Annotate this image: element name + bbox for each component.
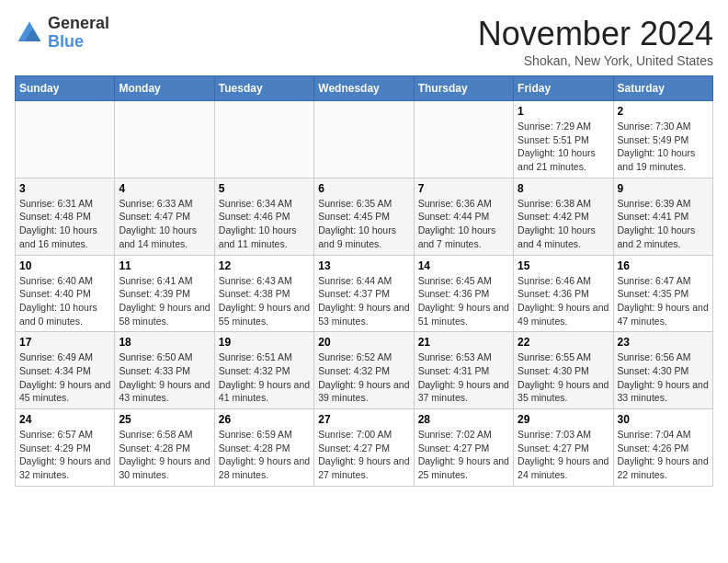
day-info: Sunrise: 6:34 AM Sunset: 4:46 PM Dayligh…	[219, 197, 310, 251]
day-number: 3	[19, 182, 110, 195]
day-number: 16	[618, 259, 709, 272]
calendar-cell: 17Sunrise: 6:49 AM Sunset: 4:34 PM Dayli…	[16, 332, 115, 409]
calendar-week-row: 1Sunrise: 7:29 AM Sunset: 5:51 PM Daylig…	[16, 101, 713, 178]
day-info: Sunrise: 6:57 AM Sunset: 4:29 PM Dayligh…	[19, 428, 110, 482]
day-number: 14	[418, 259, 509, 272]
day-number: 15	[518, 259, 609, 272]
day-number: 18	[119, 336, 210, 349]
calendar-cell: 16Sunrise: 6:47 AM Sunset: 4:35 PM Dayli…	[613, 255, 712, 332]
calendar-cell: 27Sunrise: 7:00 AM Sunset: 4:27 PM Dayli…	[314, 409, 414, 487]
calendar-cell: 21Sunrise: 6:53 AM Sunset: 4:31 PM Dayli…	[414, 332, 513, 409]
calendar-cell: 9Sunrise: 6:39 AM Sunset: 4:41 PM Daylig…	[613, 178, 712, 255]
day-number: 20	[318, 336, 409, 349]
day-number: 21	[418, 336, 509, 349]
calendar-cell: 7Sunrise: 6:36 AM Sunset: 4:44 PM Daylig…	[414, 178, 513, 255]
day-info: Sunrise: 6:45 AM Sunset: 4:36 PM Dayligh…	[418, 274, 509, 328]
day-number: 2	[618, 105, 709, 118]
day-number: 22	[518, 336, 609, 349]
calendar-cell: 5Sunrise: 6:34 AM Sunset: 4:46 PM Daylig…	[214, 178, 313, 255]
weekday-header: Friday	[514, 76, 613, 101]
weekday-header: Monday	[115, 76, 214, 101]
calendar-cell: 6Sunrise: 6:35 AM Sunset: 4:45 PM Daylig…	[314, 178, 414, 255]
calendar-cell: 2Sunrise: 7:30 AM Sunset: 5:49 PM Daylig…	[613, 101, 712, 178]
day-info: Sunrise: 7:03 AM Sunset: 4:27 PM Dayligh…	[518, 428, 609, 482]
day-number: 6	[318, 182, 409, 195]
day-number: 10	[19, 259, 110, 272]
day-info: Sunrise: 6:40 AM Sunset: 4:40 PM Dayligh…	[19, 274, 110, 328]
calendar-cell	[16, 101, 115, 178]
day-number: 30	[618, 413, 709, 426]
location: Shokan, New York, United States	[478, 53, 713, 68]
calendar-cell: 23Sunrise: 6:56 AM Sunset: 4:30 PM Dayli…	[613, 332, 712, 409]
day-number: 28	[418, 413, 509, 426]
day-number: 27	[318, 413, 409, 426]
day-number: 19	[219, 336, 310, 349]
weekday-header: Saturday	[613, 76, 712, 101]
day-info: Sunrise: 6:38 AM Sunset: 4:42 PM Dayligh…	[518, 197, 609, 251]
day-info: Sunrise: 6:31 AM Sunset: 4:48 PM Dayligh…	[19, 197, 110, 251]
day-info: Sunrise: 6:43 AM Sunset: 4:38 PM Dayligh…	[219, 274, 310, 328]
day-number: 4	[119, 182, 210, 195]
calendar-week-row: 17Sunrise: 6:49 AM Sunset: 4:34 PM Dayli…	[16, 332, 713, 409]
day-number: 12	[219, 259, 310, 272]
calendar-cell: 25Sunrise: 6:58 AM Sunset: 4:28 PM Dayli…	[115, 409, 214, 487]
day-info: Sunrise: 6:56 AM Sunset: 4:30 PM Dayligh…	[618, 350, 709, 405]
day-number: 23	[618, 336, 709, 349]
weekday-header: Sunday	[16, 76, 115, 101]
day-info: Sunrise: 7:00 AM Sunset: 4:27 PM Dayligh…	[318, 428, 409, 482]
day-number: 25	[119, 413, 210, 426]
day-number: 17	[19, 336, 110, 349]
day-info: Sunrise: 6:47 AM Sunset: 4:35 PM Dayligh…	[618, 274, 709, 328]
calendar-cell: 18Sunrise: 6:50 AM Sunset: 4:33 PM Dayli…	[115, 332, 214, 409]
day-number: 11	[119, 259, 210, 272]
logo-blue-text: Blue	[48, 32, 84, 51]
calendar-cell	[115, 101, 214, 178]
day-number: 7	[418, 182, 509, 195]
calendar-week-row: 24Sunrise: 6:57 AM Sunset: 4:29 PM Dayli…	[16, 409, 713, 487]
calendar-table: SundayMondayTuesdayWednesdayThursdayFrid…	[15, 75, 713, 487]
logo: General Blue	[15, 15, 109, 52]
calendar-cell: 3Sunrise: 6:31 AM Sunset: 4:48 PM Daylig…	[16, 178, 115, 255]
calendar-cell: 4Sunrise: 6:33 AM Sunset: 4:47 PM Daylig…	[115, 178, 214, 255]
calendar-cell	[314, 101, 414, 178]
calendar-cell: 24Sunrise: 6:57 AM Sunset: 4:29 PM Dayli…	[16, 409, 115, 487]
calendar-cell: 28Sunrise: 7:02 AM Sunset: 4:27 PM Dayli…	[414, 409, 513, 487]
day-info: Sunrise: 7:29 AM Sunset: 5:51 PM Dayligh…	[518, 120, 609, 174]
day-info: Sunrise: 6:33 AM Sunset: 4:47 PM Dayligh…	[119, 197, 210, 251]
calendar-cell: 12Sunrise: 6:43 AM Sunset: 4:38 PM Dayli…	[214, 255, 313, 332]
day-number: 1	[518, 105, 609, 118]
calendar-cell: 10Sunrise: 6:40 AM Sunset: 4:40 PM Dayli…	[16, 255, 115, 332]
day-info: Sunrise: 6:41 AM Sunset: 4:39 PM Dayligh…	[119, 274, 210, 328]
header: General Blue November 2024 Shokan, New Y…	[15, 15, 713, 68]
calendar-cell: 15Sunrise: 6:46 AM Sunset: 4:36 PM Dayli…	[514, 255, 613, 332]
weekday-header: Wednesday	[314, 76, 414, 101]
day-info: Sunrise: 6:51 AM Sunset: 4:32 PM Dayligh…	[219, 350, 310, 405]
day-number: 9	[618, 182, 709, 195]
day-info: Sunrise: 7:04 AM Sunset: 4:26 PM Dayligh…	[618, 428, 709, 482]
day-info: Sunrise: 6:44 AM Sunset: 4:37 PM Dayligh…	[318, 274, 409, 328]
calendar-cell: 11Sunrise: 6:41 AM Sunset: 4:39 PM Dayli…	[115, 255, 214, 332]
day-number: 13	[318, 259, 409, 272]
calendar-cell: 26Sunrise: 6:59 AM Sunset: 4:28 PM Dayli…	[214, 409, 313, 487]
calendar-cell: 30Sunrise: 7:04 AM Sunset: 4:26 PM Dayli…	[613, 409, 712, 487]
calendar-week-row: 3Sunrise: 6:31 AM Sunset: 4:48 PM Daylig…	[16, 178, 713, 255]
day-number: 26	[219, 413, 310, 426]
day-info: Sunrise: 7:30 AM Sunset: 5:49 PM Dayligh…	[618, 120, 709, 174]
weekday-header: Thursday	[414, 76, 513, 101]
logo-icon	[15, 18, 44, 48]
calendar-cell: 29Sunrise: 7:03 AM Sunset: 4:27 PM Dayli…	[514, 409, 613, 487]
calendar-cell	[414, 101, 513, 178]
day-info: Sunrise: 6:58 AM Sunset: 4:28 PM Dayligh…	[119, 428, 210, 482]
day-number: 29	[518, 413, 609, 426]
day-info: Sunrise: 6:36 AM Sunset: 4:44 PM Dayligh…	[418, 197, 509, 251]
day-info: Sunrise: 6:53 AM Sunset: 4:31 PM Dayligh…	[418, 350, 509, 405]
calendar-cell: 14Sunrise: 6:45 AM Sunset: 4:36 PM Dayli…	[414, 255, 513, 332]
day-number: 24	[19, 413, 110, 426]
day-info: Sunrise: 6:49 AM Sunset: 4:34 PM Dayligh…	[19, 350, 110, 405]
day-info: Sunrise: 6:46 AM Sunset: 4:36 PM Dayligh…	[518, 274, 609, 328]
calendar-cell: 22Sunrise: 6:55 AM Sunset: 4:30 PM Dayli…	[514, 332, 613, 409]
day-info: Sunrise: 6:55 AM Sunset: 4:30 PM Dayligh…	[518, 350, 609, 405]
day-info: Sunrise: 6:52 AM Sunset: 4:32 PM Dayligh…	[318, 350, 409, 405]
calendar-cell: 1Sunrise: 7:29 AM Sunset: 5:51 PM Daylig…	[514, 101, 613, 178]
calendar-cell	[214, 101, 313, 178]
